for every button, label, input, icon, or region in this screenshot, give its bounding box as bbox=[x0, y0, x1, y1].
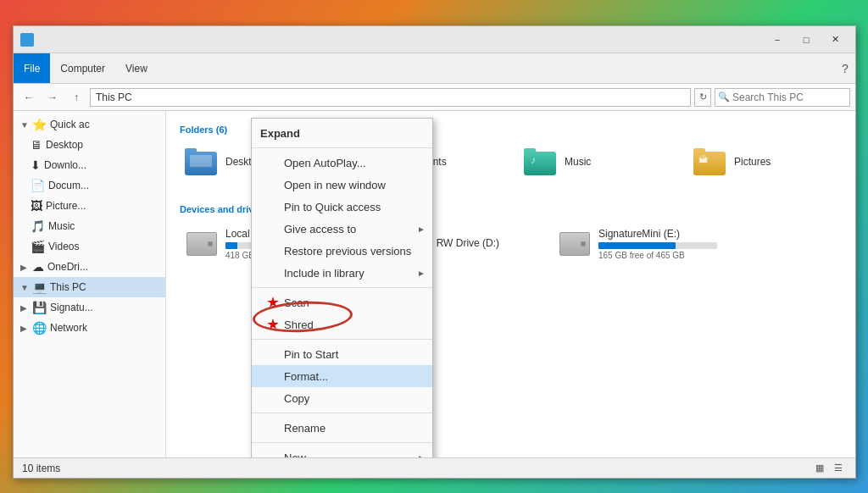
file-explorer-window: − □ ✕ File Computer View ? ← → ↑ ↻ 🔍 ▼ ⭐… bbox=[13, 25, 856, 479]
search-input[interactable] bbox=[715, 88, 850, 107]
expand-arrow: ▶ bbox=[20, 324, 31, 333]
hdd-icon-e bbox=[558, 229, 592, 259]
videos-icon: 🎬 bbox=[31, 240, 45, 253]
ctx-open-autoplay[interactable]: Open AutoPlay... bbox=[252, 152, 432, 174]
sidebar-item-videos[interactable]: 🎬 Videos bbox=[14, 236, 165, 257]
sidebar-label: Docum... bbox=[48, 180, 89, 191]
sidebar-label: Picture... bbox=[46, 200, 86, 212]
drive-info-e: SignatureMini (E:) 165 GB free of 465 GB bbox=[598, 228, 717, 260]
folder-name-music: Music bbox=[565, 156, 591, 168]
sidebar: ▼ ⭐ Quick ac 🖥 Desktop ⬇ Downlo... 📄 Doc… bbox=[14, 111, 166, 457]
forward-button[interactable]: → bbox=[42, 87, 63, 108]
document-icon: 📄 bbox=[31, 179, 45, 192]
download-icon: ⬇ bbox=[31, 158, 41, 172]
up-button[interactable]: ↑ bbox=[66, 87, 86, 108]
ctx-separator-5 bbox=[252, 442, 432, 443]
back-button[interactable]: ← bbox=[19, 87, 39, 108]
cloud-icon: ☁ bbox=[32, 260, 44, 274]
main-area: ▼ ⭐ Quick ac 🖥 Desktop ⬇ Downlo... 📄 Doc… bbox=[14, 111, 855, 457]
ctx-submenu-arrow-new: ► bbox=[417, 453, 426, 458]
ctx-separator-4 bbox=[252, 413, 432, 413]
ctx-pin-to-start[interactable]: Pin to Start bbox=[252, 343, 432, 365]
sidebar-label: Downlo... bbox=[44, 159, 86, 171]
large-icons-view-button[interactable]: ▦ bbox=[811, 461, 828, 476]
expand-arrow: ▶ bbox=[20, 263, 31, 272]
expand-arrow: ▶ bbox=[20, 303, 31, 313]
sidebar-item-this-pc[interactable]: ▼ 💻 This PC bbox=[14, 277, 165, 297]
sidebar-item-signature-mini[interactable]: ▶ 💾 Signatu... bbox=[14, 297, 165, 318]
search-icon: 🔍 bbox=[718, 91, 730, 102]
ctx-scan[interactable]: Scan bbox=[252, 291, 432, 313]
drive-bar-fill-e bbox=[598, 242, 676, 249]
status-item-count: 10 items bbox=[22, 463, 60, 474]
ctx-pin-quick-access[interactable]: Pin to Quick access bbox=[252, 196, 432, 218]
address-bar: ← → ↑ ↻ 🔍 bbox=[14, 84, 855, 111]
drive-bar-fill-c bbox=[225, 242, 237, 249]
music-icon: 🎵 bbox=[31, 219, 45, 233]
tab-view[interactable]: View bbox=[115, 53, 158, 83]
sidebar-item-music[interactable]: 🎵 Music bbox=[14, 216, 165, 236]
folder-pictures[interactable]: 🏔 Pictures bbox=[688, 145, 841, 179]
title-bar-left bbox=[20, 33, 764, 47]
context-menu: Expand Open AutoPlay... Open in new wind… bbox=[251, 118, 433, 457]
ctx-format[interactable]: Format... bbox=[252, 365, 432, 387]
view-buttons: ▦ ☰ bbox=[811, 461, 847, 476]
tab-file[interactable]: File bbox=[14, 53, 50, 83]
folder-icon-pictures: 🏔 bbox=[693, 148, 727, 175]
details-view-button[interactable]: ☰ bbox=[830, 461, 847, 476]
window-icon bbox=[20, 33, 34, 47]
pictures-icon: 🖼 bbox=[31, 199, 42, 213]
folder-icon-music: ♪ bbox=[524, 148, 558, 175]
maximize-button[interactable]: □ bbox=[793, 30, 820, 49]
expand-arrow: ▼ bbox=[20, 120, 31, 130]
ctx-include-library[interactable]: Include in library ► bbox=[252, 262, 432, 284]
folder-icon-desktop bbox=[185, 148, 219, 175]
search-wrapper: 🔍 bbox=[715, 88, 850, 107]
sidebar-item-onedrive[interactable]: ▶ ☁ OneDri... bbox=[14, 257, 165, 277]
folder-music[interactable]: ♪ Music bbox=[519, 145, 671, 179]
drive-icon: 💾 bbox=[32, 301, 47, 314]
ctx-new[interactable]: New ► bbox=[252, 446, 432, 457]
ctx-open-new-window[interactable]: Open in new window bbox=[252, 174, 432, 196]
ribbon: File Computer View ? bbox=[14, 53, 855, 84]
ctx-separator-1 bbox=[252, 147, 432, 148]
ctx-separator-3 bbox=[252, 339, 432, 340]
ctx-rename[interactable]: Rename bbox=[252, 417, 432, 439]
sidebar-label: Videos bbox=[48, 241, 79, 252]
desktop-icon: 🖥 bbox=[31, 138, 42, 152]
network-icon: 🌐 bbox=[32, 321, 47, 335]
tab-computer[interactable]: Computer bbox=[50, 53, 115, 83]
ctx-restore-versions[interactable]: Restore previous versions bbox=[252, 240, 432, 262]
ctx-shred[interactable]: Shred bbox=[252, 313, 432, 335]
drive-bar-bg-e bbox=[598, 242, 717, 249]
sidebar-item-quick-access[interactable]: ▼ ⭐ Quick ac bbox=[14, 114, 165, 135]
sidebar-item-documents[interactable]: 📄 Docum... bbox=[14, 175, 165, 196]
window-controls: − □ ✕ bbox=[764, 30, 849, 49]
ctx-submenu-arrow-library: ► bbox=[417, 269, 426, 278]
sidebar-item-desktop[interactable]: 🖥 Desktop bbox=[14, 135, 165, 155]
sidebar-item-network[interactable]: ▶ 🌐 Network bbox=[14, 318, 165, 338]
sidebar-label: Music bbox=[48, 220, 75, 232]
drive-signature-mini[interactable]: SignatureMini (E:) 165 GB free of 465 GB bbox=[553, 224, 722, 263]
status-bar: 10 items ▦ ☰ bbox=[14, 457, 855, 478]
refresh-button[interactable]: ↻ bbox=[694, 88, 711, 107]
ctx-give-access[interactable]: Give access to ► bbox=[252, 218, 432, 240]
sidebar-item-downloads[interactable]: ⬇ Downlo... bbox=[14, 155, 165, 175]
sidebar-item-pictures[interactable]: 🖼 Picture... bbox=[14, 196, 165, 216]
sidebar-label: Network bbox=[50, 322, 87, 334]
ctx-header-expand: Expand bbox=[252, 122, 432, 144]
address-input[interactable] bbox=[90, 88, 691, 107]
drive-space-e: 165 GB free of 465 GB bbox=[598, 251, 717, 260]
sidebar-label: This PC bbox=[50, 281, 86, 293]
minimize-button[interactable]: − bbox=[764, 30, 791, 49]
ctx-copy[interactable]: Copy bbox=[252, 387, 432, 409]
close-button[interactable]: ✕ bbox=[821, 30, 849, 49]
title-bar: − □ ✕ bbox=[14, 26, 855, 53]
folder-name-pictures: Pictures bbox=[734, 156, 771, 168]
hdd-icon-c bbox=[185, 229, 219, 259]
sidebar-label: Quick ac bbox=[50, 119, 90, 130]
star-icon: ⭐ bbox=[32, 118, 47, 131]
help-button[interactable]: ? bbox=[835, 53, 855, 83]
expand-arrow: ▼ bbox=[20, 283, 31, 292]
ctx-icon-scan bbox=[265, 296, 281, 308]
